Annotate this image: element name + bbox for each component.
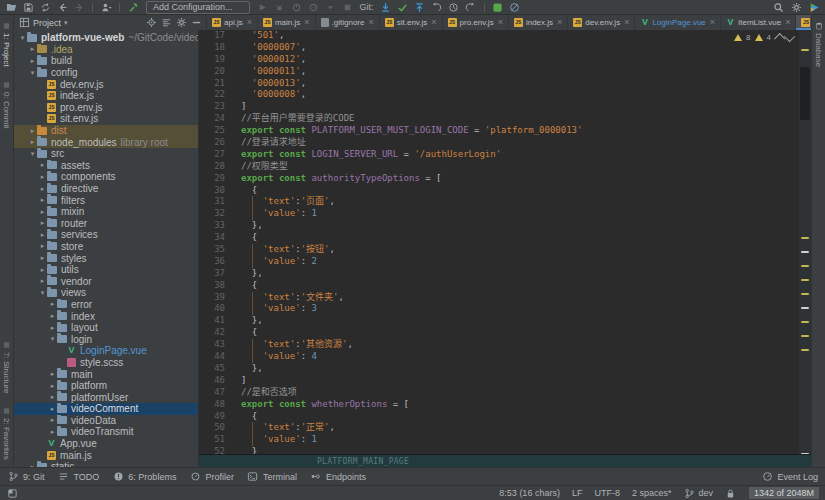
tree-item--idea[interactable]: ▸.idea	[14, 44, 198, 56]
tab-pro.env.js[interactable]: JSpro.env.js×	[443, 15, 509, 30]
tool-window-button-terminal[interactable]: Terminal	[247, 471, 297, 483]
tree-item-App-vue[interactable]: VApp.vue	[14, 438, 198, 450]
stripe-mark[interactable]	[801, 265, 809, 267]
fold-gutter[interactable]	[225, 303, 241, 315]
tool-window-button--problems[interactable]: 6: Problems	[112, 471, 176, 483]
tab-sit.env.js[interactable]: JSsit.env.js×	[380, 15, 443, 30]
collapse-all-icon[interactable]	[160, 17, 172, 29]
back-icon[interactable]	[56, 1, 68, 13]
tree-chevron-icon[interactable]: ▸	[38, 185, 47, 193]
build-hammer-icon[interactable]	[127, 1, 139, 13]
stripe-mark[interactable]	[801, 349, 809, 351]
open-folder-icon[interactable]	[5, 1, 17, 13]
tree-chevron-icon[interactable]: ▸	[38, 173, 47, 181]
hide-panel-icon[interactable]	[190, 17, 202, 29]
git-commit-icon[interactable]	[397, 1, 409, 13]
close-icon[interactable]: ×	[785, 18, 790, 27]
close-icon[interactable]: ×	[368, 18, 373, 27]
git-rollback-icon[interactable]	[431, 1, 443, 13]
tool-stripe-button--commit[interactable]: 0: Commit	[2, 74, 11, 135]
fold-gutter[interactable]	[225, 446, 241, 454]
fold-gutter[interactable]	[225, 256, 241, 268]
tree-chevron-icon[interactable]: ▸	[48, 416, 57, 424]
tool-stripe-button-database[interactable]: Database	[814, 15, 823, 74]
close-icon[interactable]: ×	[710, 18, 715, 27]
tool-window-button-profiler[interactable]: Profiler	[189, 471, 234, 483]
tab-dev.env.js[interactable]: JSdev.env.js×	[568, 15, 635, 30]
tree-item-services[interactable]: ▸services	[14, 229, 198, 241]
tree-item-views[interactable]: ▾views	[14, 287, 198, 299]
tree-item-build[interactable]: ▸build	[14, 55, 198, 67]
statusbar-indent-setting[interactable]: 2 spaces*	[632, 488, 672, 498]
close-icon[interactable]: ×	[431, 18, 436, 27]
scrollbar-thumb[interactable]	[800, 67, 810, 120]
tree-item-videoData[interactable]: ▸videoData	[14, 415, 198, 427]
tree-chevron-icon[interactable]: ▸	[48, 382, 57, 390]
settings-gear-icon[interactable]	[790, 1, 802, 13]
tree-item-components[interactable]: ▸components	[14, 171, 198, 183]
tree-chevron-icon[interactable]: ▸	[38, 242, 47, 250]
tab-LoginPage.vue[interactable]: VLoginPage.vue×	[635, 15, 721, 30]
fold-gutter[interactable]	[225, 387, 241, 399]
tab-.gitignore[interactable]: .gitignore×	[316, 15, 380, 30]
tree-item-index-js[interactable]: JSindex.js	[14, 90, 198, 102]
tab-index.js[interactable]: JSindex.js×	[509, 15, 568, 30]
tool-window-button-endpoints[interactable]: Endpoints	[310, 471, 366, 483]
tree-item-store[interactable]: ▸store	[14, 241, 198, 253]
tree-item-directive[interactable]: ▸directive	[14, 183, 198, 195]
fold-gutter[interactable]	[225, 208, 241, 220]
tree-item-pro-env-js[interactable]: JSpro.env.js	[14, 102, 198, 114]
settings-gear-icon[interactable]	[175, 17, 187, 29]
close-icon[interactable]: ×	[498, 18, 503, 27]
tree-chevron-icon[interactable]: ▾	[18, 34, 27, 42]
memory-indicator[interactable]: 1342 of 2048M	[749, 487, 819, 499]
tree-item-login[interactable]: ▾login	[14, 333, 198, 345]
tool-window-button--git[interactable]: 9: Git	[7, 471, 45, 483]
git-push-icon[interactable]	[414, 1, 426, 13]
tree-item-layout[interactable]: ▸layout	[14, 322, 198, 334]
tree-chevron-icon[interactable]: ▸	[28, 127, 37, 135]
tool-window-button-todo[interactable]: TODO	[58, 471, 100, 483]
tree-chevron-icon[interactable]: ▸	[38, 196, 47, 204]
fold-gutter[interactable]	[225, 30, 241, 42]
tree-item-node-modules[interactable]: ▸node_moduleslibrary root	[14, 136, 198, 148]
tree-item-sit-env-js[interactable]: JSsit.env.js	[14, 113, 198, 125]
user-profile-icon[interactable]	[100, 1, 112, 13]
fold-gutter[interactable]	[225, 161, 241, 173]
tab-ItemList.vue[interactable]: VItemList.vue×	[721, 15, 796, 30]
tree-item-router[interactable]: ▸router	[14, 218, 198, 230]
fold-gutter[interactable]	[225, 292, 241, 304]
close-icon[interactable]: ×	[557, 18, 562, 27]
stripe-mark[interactable]	[801, 293, 809, 295]
tree-chevron-icon[interactable]: ▾	[48, 335, 57, 343]
tree-item-videoTransmit[interactable]: ▸videoTransmit	[14, 426, 198, 438]
locate-icon[interactable]	[145, 17, 157, 29]
tree-item-assets[interactable]: ▸assets	[14, 160, 198, 172]
fold-gutter[interactable]	[225, 196, 241, 208]
tree-item-platform[interactable]: ▸platform	[14, 380, 198, 392]
stripe-mark[interactable]	[801, 307, 809, 309]
fold-gutter[interactable]	[225, 220, 241, 232]
fold-gutter[interactable]	[225, 137, 241, 149]
stripe-mark[interactable]	[801, 453, 809, 454]
tree-chevron-icon[interactable]: ▸	[38, 208, 47, 216]
tree-item-config[interactable]: ▾config	[14, 67, 198, 79]
fold-gutter[interactable]	[225, 101, 241, 113]
fold-gutter[interactable]	[225, 125, 241, 137]
tree-chevron-icon[interactable]: ▸	[38, 161, 47, 169]
tree-chevron-icon[interactable]: ▸	[48, 405, 57, 413]
fold-gutter[interactable]	[225, 280, 241, 292]
stripe-mark[interactable]	[801, 237, 809, 239]
screenshot-icon[interactable]	[492, 1, 504, 13]
fold-gutter[interactable]	[225, 42, 241, 54]
fold-gutter[interactable]	[225, 327, 241, 339]
tab-api.js[interactable]: JSapi.js×	[207, 15, 258, 30]
tree-chevron-icon[interactable]: ▸	[48, 324, 57, 332]
error-stripe-scrollbar[interactable]	[799, 30, 811, 454]
project-panel-title[interactable]: Project	[33, 18, 61, 28]
fold-gutter[interactable]	[225, 411, 241, 423]
run-configurations-select[interactable]: Add Configuration...	[146, 1, 250, 14]
fold-gutter[interactable]	[225, 185, 241, 197]
tree-chevron-icon[interactable]: ▸	[38, 254, 47, 262]
tree-item-dev-env-js[interactable]: JSdev.env.js	[14, 78, 198, 90]
